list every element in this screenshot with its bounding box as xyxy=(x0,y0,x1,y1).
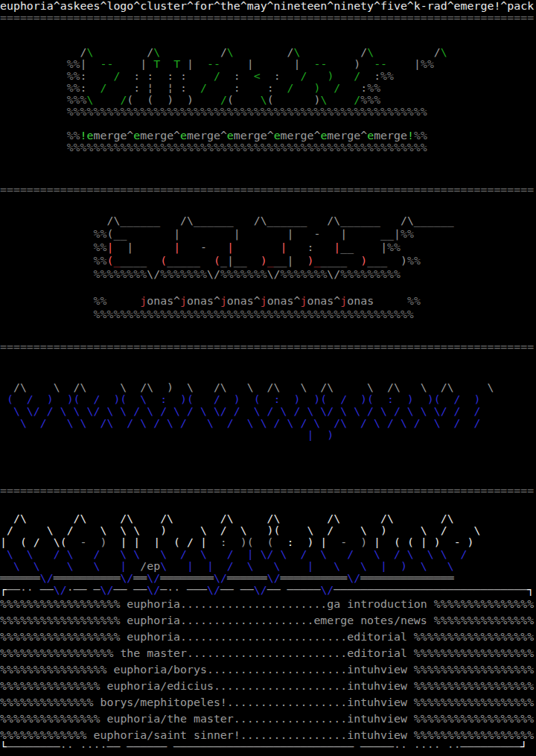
separator-3-line: ========================================… xyxy=(0,341,536,353)
askee-logo-jonas-line: %% jonas^jonas^jonas^jonas^jonas^jonas %… xyxy=(0,294,536,308)
separator-3: ========================================… xyxy=(0,341,536,353)
menu-row: %%%%%%%%%%%%%%% euphoria/edicius........… xyxy=(0,678,536,694)
askee-logo-jonas-line xyxy=(0,281,536,294)
askee-logo-emerge-line: %%!emerge^emerge^emerge^emerge^emerge^em… xyxy=(0,130,536,142)
menu-bottom-border: └────────·· ····── ────── ──────────────… xyxy=(0,741,536,753)
menu-row: %%%%%%%%%%%%%%%%%% euphoria.............… xyxy=(0,596,536,612)
askee-logo-jonas: /\______ /\______ /\______ /\______ /\__… xyxy=(0,214,536,321)
askee-logo-jonas-line: %%%%%%%%%%%%%%%%%%%%%%%%%%%%%%%%%%%%%%%%… xyxy=(0,308,536,321)
askee-logo-three-line: |__) xyxy=(0,429,536,441)
askee-logo-four-line: / _ \ / _ \ \ \ ) _ \ / \ )( _ \ / _ \ )… xyxy=(0,524,536,536)
askee-logo-jonas-line: %%(__ | | | - | __|%% xyxy=(0,227,536,241)
header-separator: ========================================… xyxy=(0,12,536,24)
ansi-screen: euphoria^askees^logo^cluster^for^the^may… xyxy=(0,0,536,756)
askee-logo-jonas-line: %%(_____ (_____ (_|__ )___| )_____ )___ … xyxy=(0,254,536,267)
askee-logo-four-line: | (_/ \( - ) | | | (_/ | : )( ( : ) | - … xyxy=(0,536,536,548)
askee-logo-jonas-line: %%| | | - | | : |__ |%% xyxy=(0,241,536,254)
askee-logo-four-line: \__\ \___\ _|__/ep\ __| |__/ \___\ _| \_… xyxy=(0,560,536,572)
header-separator-line: ========================================… xyxy=(0,12,536,24)
askee-logo-emerge-line: /\_____ /\______ /\_____ /\______ /\____… xyxy=(0,46,536,58)
askee-logo-three: _____ ______ ___ __ _____ ____ ______ __… xyxy=(0,369,536,441)
askee-logo-four: /\___ /\__ /\ /\___ /\ /\___ /\__ /\___ … xyxy=(0,512,536,584)
header-title: euphoria^askees^logo^cluster^for^the^may… xyxy=(0,0,536,12)
menu-row: %%%%%%%%%%%%%%% euphoria/the master.....… xyxy=(0,711,536,727)
askee-logo-emerge: /\_____ /\______ /\_____ /\______ /\____… xyxy=(0,46,536,153)
header-title-line: euphoria^askees^logo^cluster^for^the^may… xyxy=(0,0,536,12)
askee-logo-emerge-line: %%%\____/(__(__)__)____/(____\(______)\_… xyxy=(0,94,536,106)
askee-logo-emerge-line: %%| -- __| T T | -- __| | -- __) -- __|%… xyxy=(0,58,536,70)
menu: %%%%%%%%%%%%%%%%%% euphoria.............… xyxy=(0,596,536,743)
menu-row: %%%%%%%%%%%%%%%%%% euphoria.............… xyxy=(0,612,536,629)
menu-top-border-line: ┌──·· ──\/·── ─\/── ──\/─·· ───\/── ──\/… xyxy=(0,584,536,596)
askee-logo-four-line: ══════\/══════════\/══\/════════\/══════… xyxy=(0,572,536,584)
separator-4: ========================================… xyxy=(0,485,536,497)
separator-4-line: ========================================… xyxy=(0,485,536,497)
askee-logo-emerge-line: %%: _/ : : : : _/ : <__: _/ _) _/ :%% xyxy=(0,70,536,82)
menu-row: %%%%%%%%%%%%%%%% euphoria/borys.........… xyxy=(0,661,536,678)
separator-2: ========================================… xyxy=(0,184,536,196)
askee-logo-four-line: \ \ __/ \ __/ \ \ \__/ \ __/ | \/ \__/ \… xyxy=(0,548,536,560)
askee-logo-three-line: \ \/ / \ \ \/ \ \ / \ / \ / \ \/ / \ / \… xyxy=(0,405,536,417)
menu-row: %%%%%%%%%%%%%%%%%% euphoria.............… xyxy=(0,629,536,645)
menu-row: %%%%%%%%%%%%%% borys/mephitopeles!......… xyxy=(0,694,536,711)
askee-logo-emerge-line: %%: / : ¦ ¦ : / : : / ) / :%% xyxy=(0,82,536,94)
askee-logo-emerge-line xyxy=(0,118,536,130)
askee-logo-three-line: \__/___\ \__/\__/ \_/ \_/ \__/__\ \_/ \_… xyxy=(0,417,536,429)
askee-logo-three-line: /\ \ /\ \ /\ ) \ /\ \ /\ \ /\ \ /\ \ /\ … xyxy=(0,381,536,393)
askee-logo-three-line: _____ ______ ___ __ _____ ____ ______ __… xyxy=(0,369,536,381)
askee-logo-three-line: ( / ) )( / )( \ : )( / ) ( : ) )( / )( :… xyxy=(0,393,536,405)
askee-logo-four-line: /\___ /\__ /\ /\___ /\ /\___ /\__ /\___ … xyxy=(0,512,536,524)
separator-2-line: ========================================… xyxy=(0,184,536,196)
askee-logo-jonas-line: /\______ /\______ /\______ /\______ /\__… xyxy=(0,214,536,227)
menu-top-border: ┌──·· ──\/·── ─\/── ──\/─·· ───\/── ──\/… xyxy=(0,584,536,596)
askee-logo-emerge-line: %%%%%%%%%%%%%%%%%%%%%%%%%%%%%%%%%%%%%%%%… xyxy=(0,142,536,153)
askee-logo-jonas-line: %%%%%%%%\/%%%%%%%\/%%%%%%%\/%%%%%%%\/%%%… xyxy=(0,267,536,281)
menu-bottom-border-line: └────────·· ····── ────── ──────────────… xyxy=(0,741,536,753)
askee-logo-emerge-line: %%%%%%%%%%%%%%%%%%%%%%%%%%%%%%%%%%%%%%%%… xyxy=(0,106,536,118)
menu-row: %%%%%%%%%%%%%%%%% the master............… xyxy=(0,645,536,661)
